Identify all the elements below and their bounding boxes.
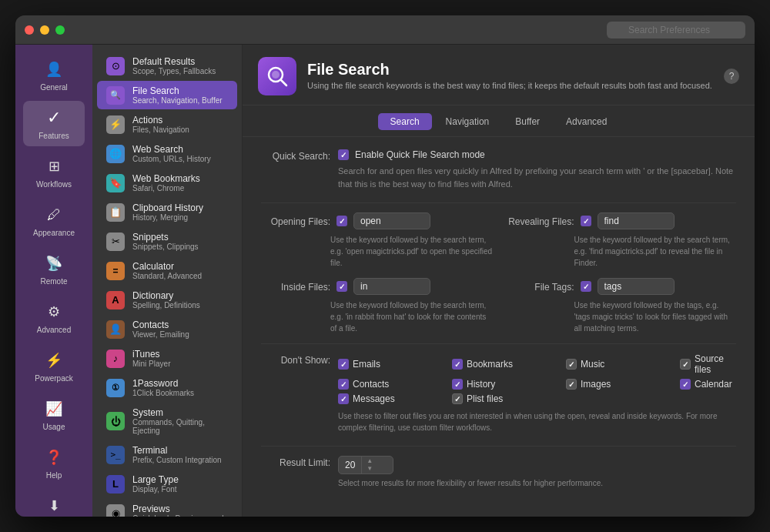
inside-files-checkbox[interactable] bbox=[336, 281, 347, 292]
1password-sub: 1Click Bookmarks bbox=[132, 389, 228, 397]
result-limit-stepper[interactable]: 20 ▲ ▼ bbox=[338, 456, 393, 474]
previews-icon: ◉ bbox=[106, 504, 125, 517]
sidebar-item-calculator[interactable]: = Calculator Standard, Advanced bbox=[97, 256, 237, 285]
emails-checkbox[interactable] bbox=[338, 359, 349, 370]
sidebar-item-file-search[interactable]: 🔍 File Search Search, Navigation, Buffer bbox=[97, 81, 237, 109]
search-preferences-input[interactable] bbox=[607, 22, 745, 38]
cb-messages: Messages bbox=[338, 393, 446, 404]
sidebar-item-dictionary[interactable]: A Dictionary Spelling, Definitions bbox=[97, 286, 237, 314]
music-checkbox[interactable] bbox=[566, 359, 577, 370]
close-button[interactable] bbox=[25, 25, 34, 35]
large-type-sub: Display, Font bbox=[132, 485, 228, 494]
tab-search[interactable]: Search bbox=[378, 113, 432, 130]
sidebar-item-1password[interactable]: ① 1Password 1Click Bookmarks bbox=[97, 373, 237, 402]
quick-search-label: Quick Search: bbox=[261, 149, 330, 162]
plist-checkbox[interactable] bbox=[452, 393, 463, 404]
sidebar-item-appearance[interactable]: 🖊 Appearance bbox=[23, 198, 85, 243]
sidebar-item-general[interactable]: 👤 General bbox=[23, 52, 85, 98]
file-tags-input[interactable] bbox=[598, 278, 675, 295]
calendar-checkbox[interactable] bbox=[680, 379, 691, 390]
sidebar-item-web-bookmarks[interactable]: 🔖 Web Bookmarks Safari, Chrome bbox=[97, 169, 237, 197]
revealing-files-checkbox[interactable] bbox=[581, 216, 591, 226]
result-limit-value: 20 bbox=[339, 457, 361, 473]
contacts-icon: 👤 bbox=[106, 320, 125, 339]
minimize-button[interactable] bbox=[40, 25, 49, 35]
images-checkbox[interactable] bbox=[566, 379, 577, 390]
features-label: Features bbox=[38, 132, 69, 140]
sidebar-item-large-type[interactable]: L Large Type Display, Font bbox=[97, 470, 237, 498]
page-title: File Search bbox=[307, 61, 713, 79]
calculator-title: Calculator bbox=[132, 261, 228, 272]
clipboard-title: Clipboard History bbox=[132, 202, 228, 213]
snippets-sub: Snippets, Clippings bbox=[132, 243, 228, 251]
source-files-checkbox[interactable] bbox=[680, 359, 691, 370]
sidebar-item-system[interactable]: ⏻ System Commands, Quitting, Ejecting bbox=[97, 403, 237, 440]
powerpack-label: Powerpack bbox=[35, 374, 72, 383]
cb-source-files: Source files bbox=[680, 353, 736, 375]
default-results-icon: ⊙ bbox=[106, 57, 125, 75]
maximize-button[interactable] bbox=[55, 25, 65, 35]
bookmarks-checkbox[interactable] bbox=[452, 359, 463, 370]
file-tags-col: File Tags: Use the keyword followed by t… bbox=[505, 278, 737, 334]
sidebar-item-update[interactable]: ⬇ Update bbox=[23, 489, 85, 517]
sidebar-item-usage[interactable]: 📈 Usage bbox=[23, 392, 85, 437]
opening-files-col: Opening Files: Use the keyword followed … bbox=[261, 212, 493, 269]
quick-search-checkbox[interactable] bbox=[338, 149, 349, 160]
tabs-bar: Search Navigation Buffer Advanced bbox=[243, 105, 755, 137]
tab-navigation[interactable]: Navigation bbox=[434, 113, 502, 130]
sidebar-item-clipboard-history[interactable]: 📋 Clipboard History History, Merging bbox=[97, 198, 237, 226]
default-results-title: Default Results bbox=[132, 56, 228, 67]
sidebar-item-actions[interactable]: ⚡ Actions Files, Navigation bbox=[97, 110, 237, 139]
help-icon: ❓ bbox=[43, 447, 65, 468]
terminal-icon: >_ bbox=[106, 446, 125, 464]
help-button[interactable]: ? bbox=[724, 69, 739, 84]
sidebar-item-features[interactable]: ✓ Features bbox=[23, 101, 85, 146]
file-search-svg bbox=[263, 62, 291, 90]
sidebar-item-help[interactable]: ❓ Help bbox=[23, 440, 85, 486]
revealing-files-input[interactable] bbox=[598, 212, 675, 229]
sidebar-item-web-search[interactable]: 🌐 Web Search Custom, URLs, History bbox=[97, 139, 237, 168]
messages-checkbox[interactable] bbox=[338, 393, 349, 404]
inside-files-label: Inside Files: bbox=[261, 280, 330, 293]
powerpack-icon: ⚡ bbox=[43, 350, 65, 371]
sidebar-item-advanced[interactable]: ⚙ Advanced bbox=[23, 295, 85, 340]
contacts-checkbox[interactable] bbox=[338, 379, 349, 390]
contacts-cb-label: Contacts bbox=[353, 379, 389, 390]
remote-icon: 📡 bbox=[43, 253, 65, 274]
sidebar-item-remote[interactable]: 📡 Remote bbox=[23, 246, 85, 292]
snippets-icon: ✂ bbox=[106, 233, 125, 251]
sidebar-item-workflows[interactable]: ⊞ Workflows bbox=[23, 149, 85, 195]
music-label: Music bbox=[581, 359, 604, 370]
result-limit-up[interactable]: ▲ bbox=[364, 457, 375, 465]
sidebar-item-powerpack[interactable]: ⚡ Powerpack bbox=[23, 343, 85, 389]
sidebar-item-itunes[interactable]: ♪ iTunes Mini Player bbox=[97, 344, 237, 373]
images-label: Images bbox=[581, 379, 611, 390]
opening-files-input[interactable] bbox=[353, 212, 430, 229]
dont-show-label: Don't Show: bbox=[261, 353, 330, 366]
inside-files-input[interactable] bbox=[353, 278, 430, 295]
sidebar-item-contacts[interactable]: 👤 Contacts Viewer, Emailing bbox=[97, 315, 237, 343]
dictionary-sub: Spelling, Definitions bbox=[132, 301, 228, 309]
opening-files-checkbox[interactable] bbox=[336, 216, 347, 226]
itunes-icon: ♪ bbox=[106, 350, 125, 368]
dont-show-grid: Emails Bookmarks Music bbox=[338, 353, 736, 404]
tab-advanced[interactable]: Advanced bbox=[554, 113, 619, 130]
result-limit-down[interactable]: ▼ bbox=[364, 465, 375, 473]
content-header: File Search Using the file search keywor… bbox=[243, 45, 755, 105]
calculator-sub: Standard, Advanced bbox=[132, 272, 228, 280]
sidebar-item-terminal[interactable]: >_ Terminal Prefix, Custom Integration bbox=[97, 440, 237, 469]
tab-buffer[interactable]: Buffer bbox=[503, 113, 552, 130]
inside-files-col: Inside Files: Use the keyword followed b… bbox=[261, 278, 493, 334]
plist-label: Plist files bbox=[467, 393, 503, 404]
inside-tags-grid: Inside Files: Use the keyword followed b… bbox=[261, 278, 736, 334]
file-tags-checkbox[interactable] bbox=[581, 281, 591, 292]
clipboard-icon: 📋 bbox=[106, 203, 125, 222]
advanced-icon: ⚙ bbox=[43, 301, 65, 323]
sidebar-item-default-results[interactable]: ⊙ Default Results Scope, Types, Fallback… bbox=[97, 52, 237, 80]
sidebar-item-previews[interactable]: ◉ Previews Quick Look, Preview panels bbox=[97, 499, 237, 517]
general-label: General bbox=[40, 83, 68, 92]
large-type-title: Large Type bbox=[132, 474, 228, 485]
opening-files-label: Opening Files: bbox=[261, 215, 330, 227]
history-checkbox[interactable] bbox=[452, 379, 463, 390]
sidebar-item-snippets[interactable]: ✂ Snippets Snippets, Clippings bbox=[97, 227, 237, 256]
